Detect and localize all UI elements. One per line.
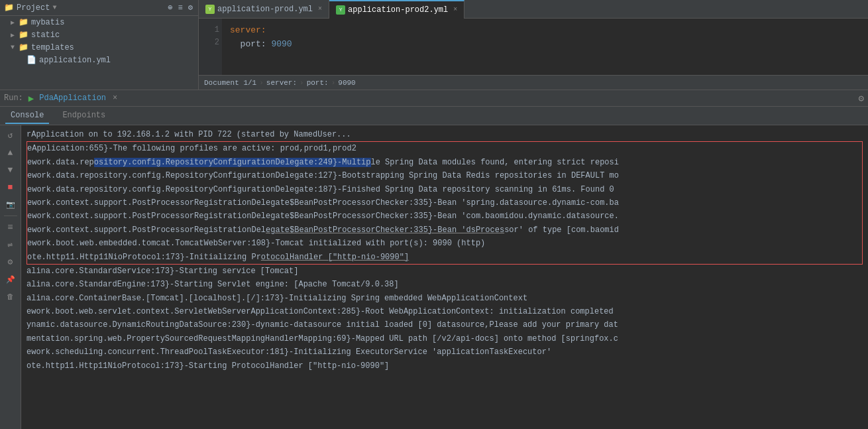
app-root: 📁 Project ▼ ⊕ ≡ ⚙ ▶ 📁 mybatis ▶ 📁 static…: [0, 0, 868, 429]
log-line-3: ework.data.repository.config.RepositoryC…: [27, 156, 862, 169]
editor-tabs-bar: Y application-prod.yml × Y application-p…: [199, 0, 868, 19]
breadcrumb-value: 9090: [338, 79, 355, 87]
run-app-name[interactable]: PdaApplication: [39, 93, 106, 103]
log-line-1: rApplication on to 192.168.1.2 with PID …: [27, 128, 863, 141]
log-line-10: ote.http11.Http11NioProtocol:173}-Initia…: [27, 251, 862, 264]
code-editor[interactable]: 1 2 server: port: 9090: [199, 19, 868, 75]
console-main: ↺ ▲ ▼ ■ 📷 ≡ ⇌ ⚙ 📌 🗑 rApplication on to 1…: [0, 125, 868, 429]
tab-console[interactable]: Console: [5, 108, 49, 124]
log-line-6: ework.context.support.PostProcessorRegis…: [27, 196, 862, 210]
scroll-down-button[interactable]: ▼: [3, 162, 18, 177]
pin-button[interactable]: 📌: [3, 272, 18, 286]
log-line-17: ework.scheduling.concurrent.ThreadPoolTa…: [27, 345, 863, 359]
arrow-icon: ▼: [11, 44, 19, 51]
stop-button[interactable]: ■: [3, 180, 18, 194]
clear-button[interactable]: 🗑: [3, 289, 18, 304]
arrow-icon: ▶: [11, 19, 19, 27]
log-line-8: ework.context.support.PostProcessorRegis…: [27, 223, 862, 237]
log-line-16: mentation.spring.web.PropertySourcedRequ…: [27, 332, 863, 345]
tab-application-prod2-yml[interactable]: Y application-prod2.yml ×: [329, 0, 464, 19]
log-line-7: ework.context.support.PostProcessorRegis…: [27, 210, 862, 223]
log-line-5: ework.data.repository.config.RepositoryC…: [27, 183, 862, 196]
breadcrumb-doc: Document 1/1: [204, 79, 256, 87]
scroll-up-button[interactable]: ▲: [3, 145, 18, 160]
tree-item-label: templates: [31, 43, 74, 52]
log-line-15: ynamic.datasource.DynamicRoutingDataSour…: [27, 318, 863, 332]
console-sidebar: ↺ ▲ ▼ ■ 📷 ≡ ⇌ ⚙ 📌 🗑: [0, 125, 21, 429]
log-line-14: ework.boot.web.servlet.context.ServletWe…: [27, 305, 863, 318]
tab-close-icon[interactable]: ×: [318, 5, 322, 13]
tree-item-application-yml[interactable]: 📄 application.yml: [0, 54, 198, 66]
project-icon: 📁: [4, 3, 14, 13]
tree-toolbar-icon1[interactable]: ⊕: [168, 3, 172, 13]
project-header[interactable]: 📁 Project ▼ ⊕ ≡ ⚙: [0, 0, 198, 16]
file-tree-panel: 📁 Project ▼ ⊕ ≡ ⚙ ▶ 📁 mybatis ▶ 📁 static…: [0, 0, 199, 90]
tree-item-label: static: [31, 31, 60, 40]
tab-application-prod-yml[interactable]: Y application-prod.yml ×: [199, 0, 329, 19]
settings-button[interactable]: ⚙: [3, 255, 18, 269]
run-icon: ▶: [28, 93, 34, 104]
console-output[interactable]: rApplication on to 192.168.1.2 with PID …: [21, 125, 868, 429]
run-label: Run:: [4, 93, 23, 103]
line-numbers: 1 2: [199, 19, 222, 75]
breadcrumb: Document 1/1 › server: › port: › 9090: [199, 75, 868, 90]
breadcrumb-server: server:: [266, 79, 297, 87]
log-line-4: ework.data.repository.config.RepositoryC…: [27, 169, 862, 182]
run-bar: Run: ▶ PdaApplication × ⚙: [0, 90, 868, 107]
folder-icon: 📁: [19, 30, 28, 40]
tree-toolbar-icon2[interactable]: ≡: [178, 3, 183, 13]
fold-button[interactable]: ≡: [3, 220, 18, 235]
tab-file-icon2: Y: [336, 5, 345, 15]
tree-item-static[interactable]: ▶ 📁 static: [0, 29, 198, 41]
code-content: server: port: 9090: [222, 19, 868, 75]
project-dropdown-icon[interactable]: ▼: [52, 4, 56, 11]
log-line-2: eApplication:655}-The following profiles…: [27, 142, 862, 155]
run-settings-icon[interactable]: ⚙: [859, 93, 864, 104]
tab-label: application-prod2.yml: [348, 5, 448, 15]
folder-icon: 📁: [19, 42, 28, 52]
tree-item-templates[interactable]: ▼ 📁 templates: [0, 41, 198, 54]
breadcrumb-port: port:: [307, 79, 329, 87]
wrap-button[interactable]: ⇌: [3, 237, 18, 252]
folder-icon: 📁: [19, 17, 28, 27]
highlighted-log-section: eApplication:655}-The following profiles…: [27, 141, 863, 265]
editor-panel: Y application-prod.yml × Y application-p…: [199, 0, 868, 90]
console-tabs-bar: Console Endpoints: [0, 107, 868, 125]
tab-file-icon: Y: [205, 5, 215, 14]
log-line-9: ework.boot.web.embedded.tomcat.TomcatWeb…: [27, 237, 862, 250]
restart-button[interactable]: ↺: [3, 128, 18, 143]
camera-button[interactable]: 📷: [3, 197, 18, 212]
code-line-2: port: 9090: [230, 38, 860, 52]
tree-item-label: application.yml: [39, 56, 111, 65]
log-line-11: alina.core.StandardService:173}-Starting…: [27, 265, 863, 278]
tab-endpoints[interactable]: Endpoints: [57, 108, 111, 124]
tree-item-label: mybatis: [31, 18, 64, 27]
file-icon: 📄: [27, 55, 36, 65]
tree-toolbar-icon3[interactable]: ⚙: [188, 3, 193, 13]
tab-label: application-prod.yml: [217, 5, 313, 14]
code-line-1: server:: [230, 24, 860, 38]
arrow-icon: ▶: [11, 31, 19, 39]
tab-close-icon2[interactable]: ×: [453, 6, 457, 13]
log-line-18: ote.http11.Http11NioProtocol:173}-Starti…: [27, 359, 863, 373]
log-line-12: alina.core.StandardEngine:173}-Starting …: [27, 278, 863, 291]
log-line-13: alina.core.ContainerBase.[Tomcat].[local…: [27, 292, 863, 305]
tree-item-mybatis[interactable]: ▶ 📁 mybatis: [0, 16, 198, 29]
run-close-icon[interactable]: ×: [113, 93, 117, 103]
project-label: Project: [17, 3, 50, 13]
separator-1: [4, 215, 17, 216]
